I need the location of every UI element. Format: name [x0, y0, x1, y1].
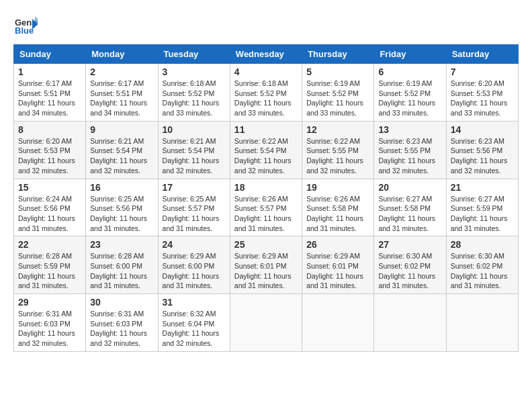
calendar-cell: 18 Sunrise: 6:26 AMSunset: 5:57 PMDaylig…: [230, 179, 302, 236]
calendar-week-row: 15 Sunrise: 6:24 AMSunset: 5:56 PMDaylig…: [14, 179, 519, 236]
day-info: Sunrise: 6:22 AMSunset: 5:55 PMDaylight:…: [306, 137, 363, 175]
calendar-cell: 30 Sunrise: 6:31 AMSunset: 6:03 PMDaylig…: [86, 294, 158, 352]
calendar-cell: 11 Sunrise: 6:22 AMSunset: 5:54 PMDaylig…: [230, 121, 302, 179]
day-info: Sunrise: 6:18 AMSunset: 5:52 PMDaylight:…: [163, 79, 220, 117]
svg-text:Blue: Blue: [15, 26, 34, 36]
calendar-cell: 29 Sunrise: 6:31 AMSunset: 6:03 PMDaylig…: [14, 294, 86, 352]
day-info: Sunrise: 6:28 AMSunset: 5:59 PMDaylight:…: [18, 252, 75, 289]
calendar-week-row: 1 Sunrise: 6:17 AMSunset: 5:51 PMDayligh…: [14, 64, 519, 122]
day-info: Sunrise: 6:25 AMSunset: 5:56 PMDaylight:…: [90, 195, 147, 232]
day-number: 19: [306, 182, 369, 193]
calendar-cell: 15 Sunrise: 6:24 AMSunset: 5:56 PMDaylig…: [14, 179, 86, 236]
day-number: 24: [163, 239, 226, 250]
day-info: Sunrise: 6:29 AMSunset: 6:01 PMDaylight:…: [306, 252, 363, 289]
calendar-cell: 4 Sunrise: 6:18 AMSunset: 5:52 PMDayligh…: [230, 64, 302, 122]
day-number: 7: [451, 66, 514, 77]
calendar-cell: 23 Sunrise: 6:28 AMSunset: 6:00 PMDaylig…: [86, 236, 158, 294]
column-header-saturday: Saturday: [446, 45, 518, 64]
day-number: 1: [18, 66, 81, 77]
calendar-cell: 28 Sunrise: 6:30 AMSunset: 6:02 PMDaylig…: [446, 236, 518, 294]
day-info: Sunrise: 6:32 AMSunset: 6:04 PMDaylight:…: [163, 310, 220, 347]
calendar-cell: 20 Sunrise: 6:27 AMSunset: 5:58 PMDaylig…: [374, 179, 446, 236]
day-number: 23: [90, 239, 153, 250]
calendar-cell: 25 Sunrise: 6:29 AMSunset: 6:01 PMDaylig…: [230, 236, 302, 294]
day-number: 25: [234, 239, 298, 250]
day-info: Sunrise: 6:30 AMSunset: 6:02 PMDaylight:…: [378, 252, 435, 289]
day-info: Sunrise: 6:18 AMSunset: 5:52 PMDaylight:…: [234, 79, 292, 117]
calendar-cell: 12 Sunrise: 6:22 AMSunset: 5:55 PMDaylig…: [302, 121, 374, 179]
calendar-cell: 14 Sunrise: 6:23 AMSunset: 5:56 PMDaylig…: [446, 121, 518, 179]
day-number: 16: [90, 182, 153, 193]
column-header-friday: Friday: [374, 45, 446, 64]
calendar-header-row: SundayMondayTuesdayWednesdayThursdayFrid…: [14, 45, 519, 64]
day-info: Sunrise: 6:19 AMSunset: 5:52 PMDaylight:…: [378, 79, 435, 117]
day-info: Sunrise: 6:30 AMSunset: 6:02 PMDaylight:…: [451, 252, 508, 289]
calendar-cell: 7 Sunrise: 6:20 AMSunset: 5:53 PMDayligh…: [446, 64, 518, 122]
day-number: 4: [234, 66, 298, 77]
calendar-week-row: 29 Sunrise: 6:31 AMSunset: 6:03 PMDaylig…: [14, 294, 519, 352]
day-number: 30: [90, 297, 153, 308]
day-info: Sunrise: 6:21 AMSunset: 5:54 PMDaylight:…: [90, 137, 147, 175]
day-number: 22: [18, 239, 81, 250]
day-number: 15: [18, 182, 81, 193]
day-number: 26: [306, 239, 369, 250]
day-number: 21: [451, 182, 514, 193]
day-number: 12: [306, 124, 369, 135]
calendar-week-row: 8 Sunrise: 6:20 AMSunset: 5:53 PMDayligh…: [14, 121, 519, 179]
day-number: 29: [18, 297, 81, 308]
calendar-cell: 3 Sunrise: 6:18 AMSunset: 5:52 PMDayligh…: [158, 64, 230, 122]
day-info: Sunrise: 6:21 AMSunset: 5:54 PMDaylight:…: [163, 137, 220, 175]
calendar-cell: 16 Sunrise: 6:25 AMSunset: 5:56 PMDaylig…: [86, 179, 158, 236]
calendar-cell: 10 Sunrise: 6:21 AMSunset: 5:54 PMDaylig…: [158, 121, 230, 179]
day-info: Sunrise: 6:31 AMSunset: 6:03 PMDaylight:…: [18, 310, 75, 347]
day-number: 13: [378, 124, 441, 135]
day-info: Sunrise: 6:29 AMSunset: 6:01 PMDaylight:…: [234, 252, 292, 289]
day-number: 5: [306, 66, 369, 77]
day-info: Sunrise: 6:17 AMSunset: 5:51 PMDaylight:…: [90, 79, 147, 117]
calendar-cell: 1 Sunrise: 6:17 AMSunset: 5:51 PMDayligh…: [14, 64, 86, 122]
calendar-cell: 31 Sunrise: 6:32 AMSunset: 6:04 PMDaylig…: [158, 294, 230, 352]
day-number: 28: [451, 239, 514, 250]
day-info: Sunrise: 6:29 AMSunset: 6:00 PMDaylight:…: [163, 252, 220, 289]
column-header-wednesday: Wednesday: [230, 45, 302, 64]
calendar-cell: 6 Sunrise: 6:19 AMSunset: 5:52 PMDayligh…: [374, 64, 446, 122]
column-header-tuesday: Tuesday: [158, 45, 230, 64]
calendar-cell: [302, 294, 374, 352]
day-info: Sunrise: 6:26 AMSunset: 5:58 PMDaylight:…: [306, 195, 363, 232]
day-number: 17: [163, 182, 226, 193]
day-info: Sunrise: 6:19 AMSunset: 5:52 PMDaylight:…: [306, 79, 363, 117]
calendar-cell: [230, 294, 302, 352]
logo: General Blue: [13, 13, 38, 38]
day-number: 14: [451, 124, 514, 135]
day-info: Sunrise: 6:31 AMSunset: 6:03 PMDaylight:…: [90, 310, 147, 347]
day-info: Sunrise: 6:20 AMSunset: 5:53 PMDaylight:…: [451, 79, 508, 117]
day-info: Sunrise: 6:28 AMSunset: 6:00 PMDaylight:…: [90, 252, 147, 289]
day-number: 8: [18, 124, 81, 135]
calendar-cell: 21 Sunrise: 6:27 AMSunset: 5:59 PMDaylig…: [446, 179, 518, 236]
calendar-cell: 13 Sunrise: 6:23 AMSunset: 5:55 PMDaylig…: [374, 121, 446, 179]
day-info: Sunrise: 6:23 AMSunset: 5:56 PMDaylight:…: [451, 137, 508, 175]
day-info: Sunrise: 6:22 AMSunset: 5:54 PMDaylight:…: [234, 137, 292, 175]
calendar-cell: 8 Sunrise: 6:20 AMSunset: 5:53 PMDayligh…: [14, 121, 86, 179]
logo-icon: General Blue: [13, 13, 38, 38]
calendar-cell: 5 Sunrise: 6:19 AMSunset: 5:52 PMDayligh…: [302, 64, 374, 122]
calendar-cell: 24 Sunrise: 6:29 AMSunset: 6:00 PMDaylig…: [158, 236, 230, 294]
calendar-cell: 17 Sunrise: 6:25 AMSunset: 5:57 PMDaylig…: [158, 179, 230, 236]
day-number: 3: [163, 66, 226, 77]
day-number: 2: [90, 66, 153, 77]
calendar-cell: 26 Sunrise: 6:29 AMSunset: 6:01 PMDaylig…: [302, 236, 374, 294]
column-header-thursday: Thursday: [302, 45, 374, 64]
calendar-cell: 22 Sunrise: 6:28 AMSunset: 5:59 PMDaylig…: [14, 236, 86, 294]
day-info: Sunrise: 6:24 AMSunset: 5:56 PMDaylight:…: [18, 195, 75, 232]
day-number: 9: [90, 124, 153, 135]
calendar-table: SundayMondayTuesdayWednesdayThursdayFrid…: [13, 44, 519, 352]
calendar-cell: [374, 294, 446, 352]
calendar-week-row: 22 Sunrise: 6:28 AMSunset: 5:59 PMDaylig…: [14, 236, 519, 294]
column-header-monday: Monday: [86, 45, 158, 64]
day-info: Sunrise: 6:20 AMSunset: 5:53 PMDaylight:…: [18, 137, 75, 175]
calendar-cell: 19 Sunrise: 6:26 AMSunset: 5:58 PMDaylig…: [302, 179, 374, 236]
calendar-cell: 2 Sunrise: 6:17 AMSunset: 5:51 PMDayligh…: [86, 64, 158, 122]
day-number: 10: [163, 124, 226, 135]
day-number: 18: [234, 182, 298, 193]
day-number: 11: [234, 124, 298, 135]
